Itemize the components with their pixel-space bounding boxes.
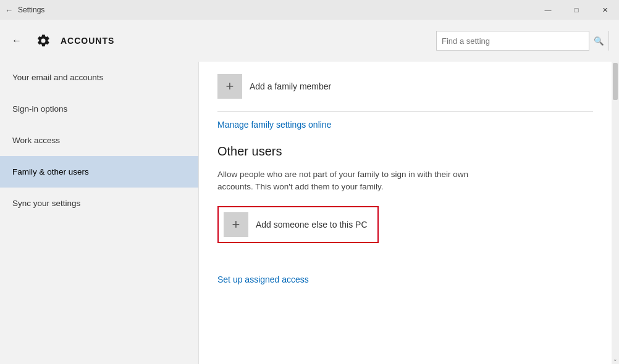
other-users-section: Other users Allow people who are not par… [217,144,593,268]
other-users-title: Other users [217,144,593,159]
search-input[interactable] [437,36,589,46]
sidebar-item-work-access[interactable]: Work access [0,125,198,156]
app-title: ACCOUNTS [61,36,114,46]
sidebar-item-label-work-access: Work access [12,136,60,145]
add-someone-wrapper[interactable]: + Add someone else to this PC [217,206,379,243]
close-button[interactable]: ✕ [591,0,619,20]
sidebar-item-label-sync-settings: Sync your settings [12,199,80,208]
main-layout: Your email and accounts Sign-in options … [0,62,619,364]
divider-1 [217,111,593,112]
sidebar-item-family-other[interactable]: Family & other users [0,156,198,188]
sidebar-item-label-sign-in: Sign-in options [12,104,67,114]
add-someone-plus-icon: + [224,212,248,237]
sidebar-item-label-family-other: Family & other users [12,167,89,176]
scroll-down-icon[interactable]: ⌄ [612,354,619,364]
app-header: ← ACCOUNTS 🔍 [0,20,619,62]
add-family-plus-icon: + [217,74,242,99]
header-left: ← ACCOUNTS [7,31,114,51]
back-button[interactable]: ← [7,31,26,50]
sidebar-item-your-email[interactable]: Your email and accounts [0,62,198,93]
search-icon: 🔍 [594,36,604,46]
app-body: ← ACCOUNTS 🔍 Your email and accounts Sig… [0,20,619,364]
add-someone-label: Add someone else to this PC [256,220,368,230]
add-family-member-button[interactable]: + Add a family member [217,74,593,99]
content-area: ⌄ + Add a family member Manage family se… [199,62,619,364]
sidebar: Your email and accounts Sign-in options … [0,62,199,364]
sidebar-item-sign-in[interactable]: Sign-in options [0,93,198,125]
minimize-button[interactable]: — [534,0,562,20]
back-arrow-icon: ← [12,35,22,46]
scrollbar-thumb[interactable] [613,63,618,100]
maximize-button[interactable]: □ [562,0,591,20]
search-box: 🔍 [436,31,609,51]
title-bar-controls: — □ ✕ [534,0,619,20]
content-inner: + Add a family member Manage family sett… [199,62,619,304]
scrollbar-track[interactable]: ⌄ [612,62,619,364]
add-family-member-label: Add a family member [250,81,331,91]
setup-assigned-access-link[interactable]: Set up assigned access [217,275,309,284]
gear-icon-wrap [33,31,53,51]
sidebar-item-label-your-email: Your email and accounts [12,73,103,82]
search-button[interactable]: 🔍 [589,31,608,51]
title-bar-title: Settings [18,6,44,14]
title-bar: ← Settings — □ ✕ [0,0,619,20]
sidebar-item-sync-settings[interactable]: Sync your settings [0,188,198,219]
manage-family-link[interactable]: Manage family settings online [217,120,331,130]
add-someone-button[interactable]: + Add someone else to this PC [221,210,375,239]
title-bar-back-icon: ← [5,6,13,15]
gear-icon [36,33,51,48]
setup-section: Set up assigned access [217,274,593,285]
other-users-desc: Allow people who are not part of your fa… [217,168,489,194]
